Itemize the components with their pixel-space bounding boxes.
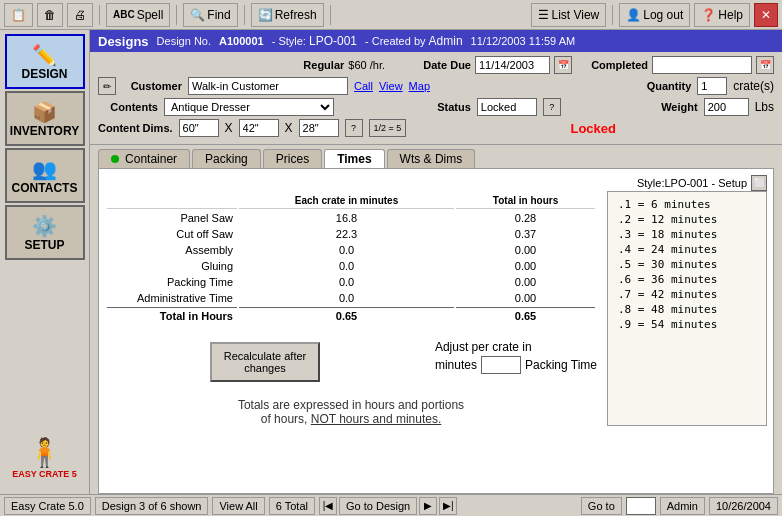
call-link[interactable]: Call bbox=[354, 80, 373, 92]
refresh-button[interactable]: 🔄 Refresh bbox=[251, 3, 324, 27]
table-row: Gluing 0.0 0.00 bbox=[107, 259, 595, 273]
note-line2: of hours, NOT hours and minutes. bbox=[261, 412, 442, 426]
page-title: Designs bbox=[98, 34, 149, 49]
status-help-btn[interactable]: ? bbox=[543, 98, 561, 116]
nav-last-btn[interactable]: ▶| bbox=[439, 497, 457, 515]
layout: ✏️ DESIGN 📦 INVENTORY 👥 CONTACTS ⚙️ SETU… bbox=[0, 30, 782, 494]
reference-item: .8 = 48 minutes bbox=[618, 303, 756, 316]
sidebar-item-inventory[interactable]: 📦 INVENTORY bbox=[5, 91, 85, 146]
form-row-4: Content Dims. X X ? 1/2 = 5 Locked bbox=[98, 119, 774, 137]
sep1 bbox=[99, 5, 100, 25]
reference-item: .3 = 18 minutes bbox=[618, 228, 756, 241]
customer-label: Customer bbox=[122, 80, 182, 92]
tab-times[interactable]: Times bbox=[324, 149, 384, 168]
find-button[interactable]: 🔍 Find bbox=[183, 3, 237, 27]
quantity-label: Quantity bbox=[631, 80, 691, 92]
nav-next-btn[interactable]: ▶ bbox=[419, 497, 437, 515]
dim2-field[interactable] bbox=[239, 119, 279, 137]
weight-unit: Lbs bbox=[755, 100, 774, 114]
row-total: 0.00 bbox=[456, 259, 595, 273]
sidebar-item-contacts[interactable]: 👥 CONTACTS bbox=[5, 148, 85, 203]
row-label: Gluing bbox=[107, 259, 237, 273]
customer-edit-icon[interactable]: ✏ bbox=[98, 77, 116, 95]
map-link[interactable]: Map bbox=[409, 80, 430, 92]
adjust-minutes-field[interactable] bbox=[481, 356, 521, 374]
tab-prices[interactable]: Prices bbox=[263, 149, 322, 168]
table-row: Assembly 0.0 0.00 bbox=[107, 243, 595, 257]
nav-label: Go to Design bbox=[339, 497, 417, 515]
completed-label: Completed bbox=[588, 59, 648, 71]
locked-status: Locked bbox=[570, 121, 616, 136]
new-button[interactable]: 📋 bbox=[4, 3, 33, 27]
dim3-field[interactable] bbox=[299, 119, 339, 137]
times-table: Each crate in minutes Total in hours Pan… bbox=[105, 191, 597, 326]
refresh-icon: 🔄 bbox=[258, 8, 273, 22]
recalc-area: Recalculate after changes Adjust per cra… bbox=[105, 332, 597, 392]
print-button[interactable]: 🖨 bbox=[67, 3, 93, 27]
refresh-label: Refresh bbox=[275, 8, 317, 22]
row-total: 0.00 bbox=[456, 243, 595, 257]
tab-packing[interactable]: Packing bbox=[192, 149, 261, 168]
quantity-field[interactable] bbox=[697, 77, 727, 95]
print-icon: 🖨 bbox=[74, 8, 86, 22]
date-due-field[interactable] bbox=[475, 56, 550, 74]
table-row: Cut off Saw 22.3 0.37 bbox=[107, 227, 595, 241]
total-total: 0.65 bbox=[456, 307, 595, 324]
row-label: Assembly bbox=[107, 243, 237, 257]
customer-field[interactable] bbox=[188, 77, 348, 95]
list-view-button[interactable]: ☰ List View bbox=[531, 3, 606, 27]
find-label: Find bbox=[207, 8, 230, 22]
adjust-section: Adjust per crate in minutes Packing Time bbox=[435, 340, 597, 374]
help-button[interactable]: ❓ Help bbox=[694, 3, 750, 27]
row-each: 16.8 bbox=[239, 211, 454, 225]
times-left: Each crate in minutes Total in hours Pan… bbox=[105, 191, 597, 426]
logout-button[interactable]: 👤 Log out bbox=[619, 3, 690, 27]
weight-field[interactable] bbox=[704, 98, 749, 116]
weight-label: Weight bbox=[638, 101, 698, 113]
row-label: Administrative Time bbox=[107, 291, 237, 305]
reference-box: .1 = 6 minutes.2 = 12 minutes.3 = 18 min… bbox=[607, 191, 767, 426]
maximize-btn[interactable]: ⬜ bbox=[751, 175, 767, 191]
total-row: Total in Hours 0.65 0.65 bbox=[107, 307, 595, 324]
regular-label: Regular bbox=[284, 59, 344, 71]
date-due-calendar-btn[interactable]: 📅 bbox=[554, 56, 572, 74]
tab-container-label: Container bbox=[125, 152, 177, 166]
tab-container[interactable]: Container bbox=[98, 149, 190, 168]
completed-calendar-btn[interactable]: 📅 bbox=[756, 56, 774, 74]
sidebar-item-design[interactable]: ✏️ DESIGN bbox=[5, 34, 85, 89]
delete-button[interactable]: 🗑 bbox=[37, 3, 63, 27]
col2-header: Total in hours bbox=[456, 193, 595, 209]
completed-field[interactable] bbox=[652, 56, 752, 74]
date-due-label: Date Due bbox=[411, 59, 471, 71]
row-each: 0.0 bbox=[239, 275, 454, 289]
new-icon: 📋 bbox=[11, 8, 26, 22]
sidebar-item-setup[interactable]: ⚙️ SETUP bbox=[5, 205, 85, 260]
close-button[interactable]: ✕ bbox=[754, 3, 778, 27]
contents-select[interactable]: Antique Dresser bbox=[164, 98, 334, 116]
row-total: 0.28 bbox=[456, 211, 595, 225]
view-link[interactable]: View bbox=[379, 80, 403, 92]
inventory-icon: 📦 bbox=[32, 100, 57, 124]
toolbar: 📋 🗑 🖨 ABC Spell 🔍 Find 🔄 Refresh ☰ List … bbox=[0, 0, 782, 30]
logout-icon: 👤 bbox=[626, 8, 641, 22]
go-to-field[interactable] bbox=[626, 497, 656, 515]
tab-times-label: Times bbox=[337, 152, 371, 166]
adjust-input-row: minutes Packing Time bbox=[435, 356, 597, 374]
spell-button[interactable]: ABC Spell bbox=[106, 3, 170, 27]
half-equals-btn[interactable]: 1/2 = 5 bbox=[369, 119, 407, 137]
view-all-button[interactable]: View All bbox=[212, 497, 264, 515]
header-created: - Created by Admin bbox=[365, 34, 463, 48]
content-header: Style:LPO-001 - Setup ⬜ bbox=[105, 175, 767, 191]
table-row: Administrative Time 0.0 0.00 bbox=[107, 291, 595, 305]
total-label: Total in Hours bbox=[107, 307, 237, 324]
recalc-button[interactable]: Recalculate after changes bbox=[210, 342, 320, 382]
row-each: 0.0 bbox=[239, 259, 454, 273]
tab-wts-dims[interactable]: Wts & Dims bbox=[387, 149, 476, 168]
date-label: 10/26/2004 bbox=[709, 497, 778, 515]
nav-controls: |◀ Go to Design ▶ ▶| bbox=[319, 497, 457, 515]
dims-help-btn[interactable]: ? bbox=[345, 119, 363, 137]
status-field[interactable] bbox=[477, 98, 537, 116]
nav-first-btn[interactable]: |◀ bbox=[319, 497, 337, 515]
dim1-field[interactable] bbox=[179, 119, 219, 137]
go-to-label: Go to bbox=[581, 497, 622, 515]
